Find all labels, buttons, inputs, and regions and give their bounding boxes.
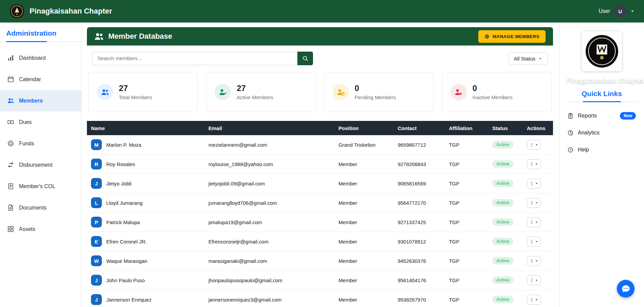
member-email: jhonpaulopusopaulo@gmail.com bbox=[208, 277, 282, 283]
member-affiliation: TGP bbox=[449, 161, 459, 167]
member-avatar: J bbox=[91, 275, 102, 286]
sidebar-item-label: Disbursement bbox=[19, 162, 53, 168]
bar-chart-icon bbox=[7, 55, 14, 61]
caret-down-icon bbox=[535, 221, 538, 224]
quick-link-label: Analytics bbox=[578, 130, 600, 136]
row-actions-button[interactable] bbox=[527, 217, 541, 227]
chapter-logo-icon bbox=[10, 4, 24, 19]
dots-vertical-icon bbox=[530, 239, 534, 244]
sidebar-item-members[interactable]: Members bbox=[0, 90, 81, 111]
row-actions-button[interactable] bbox=[527, 159, 541, 169]
chat-icon bbox=[622, 285, 630, 293]
member-position: Member bbox=[338, 219, 357, 225]
page-layout: Administration DashboardCalendarMembersD… bbox=[0, 22, 644, 307]
member-name: Patrick Malupa bbox=[106, 219, 140, 225]
sidebar-item-documents[interactable]: Documents bbox=[0, 197, 81, 218]
coin-icon bbox=[7, 140, 14, 147]
user-label: User bbox=[599, 8, 610, 14]
dots-vertical-icon bbox=[530, 220, 534, 224]
question-circle-icon: ? bbox=[568, 147, 573, 153]
member-contact: 9278206843 bbox=[398, 161, 426, 167]
people-icon bbox=[7, 97, 14, 104]
sidebar-item-calendar[interactable]: Calendar bbox=[0, 69, 81, 90]
manage-members-label: MANAGE MEMBERS bbox=[493, 34, 539, 39]
search-icon bbox=[302, 56, 308, 61]
member-position: Grand Triskelion bbox=[338, 142, 375, 148]
member-contact: 9065816569 bbox=[398, 181, 426, 186]
sidebar-item-member-s-col[interactable]: Member's COL bbox=[0, 176, 81, 197]
caret-down-icon bbox=[535, 182, 538, 185]
sidebar-item-disbursement[interactable]: Disbursement bbox=[0, 154, 81, 176]
stat-card-inactive-members: 0Inactive Members bbox=[442, 72, 552, 112]
quick-link-analytics[interactable]: Analytics bbox=[566, 124, 637, 141]
row-actions-button[interactable] bbox=[527, 198, 541, 208]
caret-down-icon bbox=[535, 259, 538, 263]
status-filter-dropdown[interactable]: All Status bbox=[509, 52, 548, 65]
sidebar-item-label: Documents bbox=[19, 205, 47, 211]
manage-members-button[interactable]: MANAGE MEMBERS bbox=[478, 30, 546, 43]
user-menu[interactable]: User U bbox=[599, 5, 634, 18]
dots-vertical-icon bbox=[530, 259, 534, 263]
quick-link-help[interactable]: ?Help bbox=[566, 141, 637, 158]
chapter-name: Pinagkaisahan Chapter bbox=[566, 77, 637, 85]
search-row: All Status bbox=[92, 52, 548, 65]
stat-label: Inactive Members bbox=[473, 94, 513, 100]
dots-vertical-icon bbox=[530, 162, 534, 166]
column-header-status: Status bbox=[488, 125, 523, 131]
chevron-down-icon bbox=[538, 57, 542, 60]
pie-chart-icon bbox=[568, 130, 573, 136]
table-row: RRoy Rosalesroylouise_1988@yahoo.comMemb… bbox=[87, 155, 553, 174]
chapter-emblem bbox=[582, 31, 622, 71]
row-actions-button[interactable] bbox=[527, 256, 541, 266]
dots-vertical-icon bbox=[530, 278, 534, 283]
stat-card-pending-members: 0Pending Members bbox=[324, 72, 434, 112]
row-actions-button[interactable] bbox=[527, 295, 541, 305]
stat-label: Active Members bbox=[237, 94, 273, 100]
row-actions-button[interactable] bbox=[527, 140, 541, 150]
members-table: NameEmailPositionContactAffiliationStatu… bbox=[87, 121, 553, 307]
sidebar-item-dues[interactable]: Dues bbox=[0, 111, 81, 133]
sidebar-item-funds[interactable]: Funds bbox=[0, 133, 81, 154]
sidebar-item-label: Funds bbox=[19, 141, 34, 147]
member-affiliation: TGP bbox=[449, 258, 459, 264]
search-button[interactable] bbox=[297, 52, 313, 65]
row-actions-button[interactable] bbox=[527, 237, 541, 247]
caret-down-icon bbox=[535, 279, 538, 282]
dots-vertical-icon bbox=[530, 143, 534, 147]
table-body: MMarlon P. Mozamezielannem@gmail.comGran… bbox=[87, 135, 553, 307]
people-icon bbox=[94, 32, 104, 41]
new-badge: New bbox=[620, 112, 636, 120]
file-text-icon bbox=[7, 204, 14, 211]
member-avatar: J bbox=[91, 294, 102, 305]
member-name: Roy Rosales bbox=[106, 161, 135, 167]
person-clock-icon bbox=[333, 84, 349, 100]
chat-fab[interactable] bbox=[617, 280, 634, 297]
column-header-position: Position bbox=[334, 125, 393, 131]
stat-card-active-members: 27Active Members bbox=[206, 72, 316, 112]
sidebar-item-dashboard[interactable]: Dashboard bbox=[0, 47, 81, 69]
search-input[interactable] bbox=[92, 52, 297, 65]
people-icon bbox=[97, 84, 113, 100]
row-actions-button[interactable] bbox=[527, 275, 541, 285]
search-input-group bbox=[92, 52, 313, 65]
card-header: Member Database MANAGE MEMBERS bbox=[87, 27, 553, 46]
table-header: NameEmailPositionContactAffiliationStatu… bbox=[87, 121, 553, 135]
stat-card-total-members: 27Total Members bbox=[88, 72, 198, 112]
row-actions-button[interactable] bbox=[527, 179, 541, 188]
status-badge: Active bbox=[492, 199, 513, 206]
member-contact: 9301078912 bbox=[398, 239, 426, 245]
member-email: jietyojobli.09@gmail.com bbox=[208, 181, 265, 186]
status-badge: Active bbox=[492, 218, 513, 226]
member-contact: 9538267970 bbox=[398, 297, 426, 303]
caret-down-icon bbox=[535, 240, 538, 243]
top-navbar: Pinagkaisahan Chapter User U bbox=[0, 0, 644, 22]
sidebar-item-assets[interactable]: Assets bbox=[0, 218, 81, 240]
sidebar-item-label: Dues bbox=[19, 119, 32, 125]
member-affiliation: TGP bbox=[449, 277, 459, 283]
status-badge: Active bbox=[492, 180, 513, 187]
person-check-icon bbox=[215, 84, 231, 100]
quick-link-reports[interactable]: ReportsNew bbox=[566, 107, 637, 124]
member-avatar: P bbox=[91, 217, 102, 228]
left-sidebar: Administration DashboardCalendarMembersD… bbox=[0, 22, 81, 307]
column-header-actions: Actions bbox=[523, 125, 553, 131]
